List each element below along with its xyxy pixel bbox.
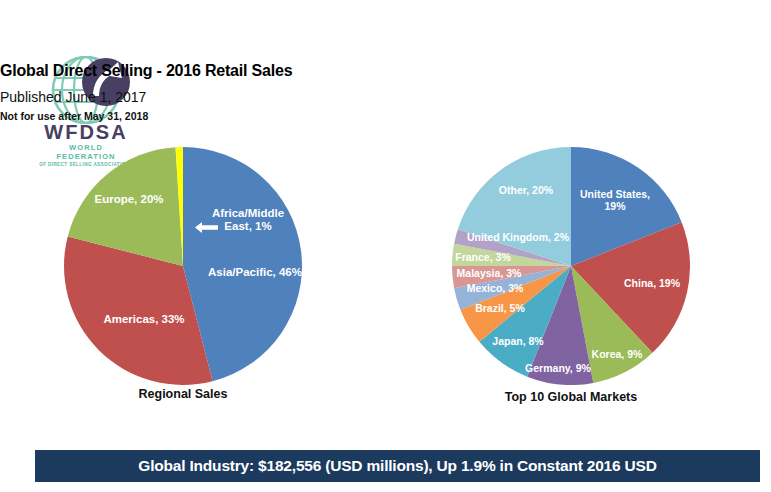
- pie-label-other: Other, 20%: [499, 184, 553, 196]
- industry-banner-text: Global Industry: $182,556 (USD millions)…: [138, 457, 656, 475]
- regional-sales-pie: Asia/Pacific, 46%Americas, 33%Europe, 20…: [64, 147, 302, 385]
- pie-label-china: China, 19%: [624, 277, 680, 289]
- pie-label-europe: Europe, 20%: [94, 193, 163, 206]
- usage-disclaimer: Not for use after May 31, 2018: [0, 110, 771, 122]
- pie-label-americas: Americas, 33%: [103, 313, 184, 326]
- published-date: Published June 1, 2017: [0, 89, 771, 105]
- pie-label-mexico: Mexico, 3%: [467, 282, 524, 294]
- regional-sales-caption: Regional Sales: [64, 387, 302, 401]
- pie-label-asia-pacific: Asia/Pacific, 46%: [208, 266, 302, 279]
- wfdsa-acronym: WFDSA: [38, 122, 134, 142]
- pie-label-united-kingdom: United Kingdom, 2%: [467, 231, 569, 243]
- pie-label-korea: Korea, 9%: [592, 348, 643, 360]
- pie-label-france: France, 3%: [455, 251, 510, 263]
- top-markets-pie: United States,19%China, 19%Korea, 9%Germ…: [452, 147, 690, 385]
- pie-label-japan: Japan, 8%: [492, 335, 543, 347]
- pie-label-africa-middle-east: Africa/MiddleEast, 1%: [212, 207, 284, 233]
- page-title: Global Direct Selling - 2016 Retail Sale…: [0, 62, 771, 80]
- industry-banner: Global Industry: $182,556 (USD millions)…: [35, 450, 760, 482]
- pie-label-brazil: Brazil, 5%: [475, 302, 525, 314]
- pie-label-united-states: United States,19%: [580, 188, 650, 212]
- pie-label-germany: Germany, 9%: [525, 362, 591, 374]
- pie-label-malaysia: Malaysia, 3%: [457, 267, 522, 279]
- infographic-page: WFDSA WORLD FEDERATION OF DIRECT SELLING…: [0, 0, 771, 492]
- top-markets-caption: Top 10 Global Markets: [452, 390, 690, 404]
